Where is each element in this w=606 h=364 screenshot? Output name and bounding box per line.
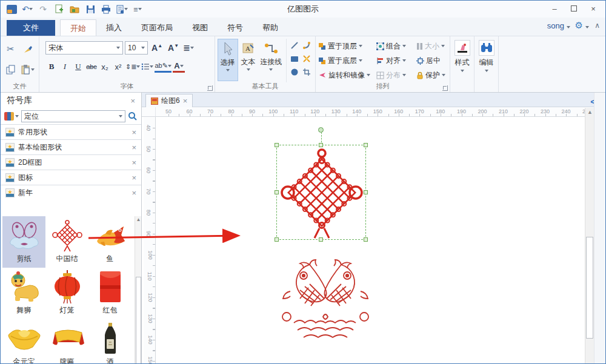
close-category-button[interactable]: × <box>132 158 136 167</box>
library-category-2d-blocks[interactable]: ★ 2D框图 × <box>1 154 141 170</box>
tab-home[interactable]: 开始 <box>60 19 96 36</box>
rotate-mirror-button[interactable]: 旋转和镜像 <box>318 70 376 81</box>
tab-help[interactable]: 帮助 <box>253 19 288 36</box>
app-logo-icon[interactable] <box>5 3 18 15</box>
new-document-button[interactable] <box>53 3 65 15</box>
save-button[interactable] <box>84 3 96 15</box>
resize-handle-w[interactable] <box>275 190 279 194</box>
library-category-new-year[interactable]: ★ 新年 × <box>1 185 141 200</box>
text-tool-button[interactable]: A 文本 <box>238 39 259 81</box>
resize-handle-n[interactable] <box>319 143 323 147</box>
group-button[interactable]: 组合 <box>376 41 416 51</box>
sidebar-scrollbar[interactable]: ▲ <box>135 216 141 364</box>
tab-file[interactable]: 文件 <box>7 20 55 36</box>
resize-handle-ne[interactable] <box>364 143 368 147</box>
superscript-button[interactable]: x² <box>112 61 124 73</box>
format-painter-button[interactable] <box>23 44 33 54</box>
italic-button[interactable]: I <box>59 61 71 73</box>
resize-handle-e[interactable] <box>364 190 368 194</box>
select-tool-button[interactable]: 选择 <box>218 39 238 81</box>
symbol-wine[interactable]: 酒 <box>88 319 132 364</box>
symbol-papercut[interactable]: 剪纸 <box>2 216 45 268</box>
document-tab[interactable]: 绘图6 × <box>145 94 193 107</box>
strikethrough-button[interactable]: abc <box>85 61 98 73</box>
center-button[interactable]: 居中 <box>416 56 451 66</box>
cut-button[interactable]: ✂ <box>5 43 17 55</box>
library-picker-button[interactable] <box>4 112 19 121</box>
font-name-select[interactable]: 宋体 <box>45 41 123 55</box>
tab-symbols[interactable]: 符号 <box>218 19 253 36</box>
ellipse-tool-button[interactable] <box>290 68 299 76</box>
symbol-plaque[interactable]: 牌匾 <box>45 319 88 364</box>
shrink-font-button[interactable]: A▼ <box>166 43 181 53</box>
align-text-button[interactable]: ≣ <box>182 42 195 54</box>
selection-box[interactable] <box>276 145 366 240</box>
arrange-dialog-launcher[interactable] <box>442 85 448 91</box>
library-category-common-shapes[interactable]: ★ 常用形状 × <box>1 124 141 139</box>
minimize-button[interactable]: – <box>545 1 564 16</box>
underline-button[interactable]: U <box>72 61 84 73</box>
arc-tool-button[interactable] <box>302 41 311 50</box>
symbol-lantern[interactable]: 灯笼 <box>45 268 88 319</box>
close-category-button[interactable]: × <box>132 128 136 137</box>
symbol-gold-ingot[interactable]: 金元宝 <box>2 319 45 364</box>
search-button[interactable] <box>128 111 138 121</box>
close-category-button[interactable]: × <box>132 143 136 152</box>
size-button[interactable]: 大小 <box>416 41 451 51</box>
collapse-ribbon-button[interactable]: ∧ <box>594 21 601 30</box>
print-button[interactable] <box>100 3 112 15</box>
distribute-button[interactable]: 分布 <box>376 70 416 81</box>
style-button[interactable] <box>454 40 470 56</box>
papercut-fish-shape[interactable] <box>272 259 379 346</box>
connector-tool-button[interactable]: 连接线 <box>258 39 284 81</box>
copy-button[interactable] <box>6 65 15 74</box>
maximize-button[interactable] <box>564 1 584 16</box>
font-dialog-launcher[interactable] <box>207 85 213 91</box>
paste-button[interactable] <box>21 65 35 74</box>
bullet-list-button[interactable] <box>141 61 153 73</box>
close-category-button[interactable]: × <box>132 188 136 197</box>
open-file-button[interactable] <box>68 3 81 15</box>
crop-tool-button[interactable] <box>302 68 311 76</box>
rotation-handle[interactable] <box>318 127 324 133</box>
sidebar-scrollbar-thumb[interactable] <box>136 277 141 364</box>
symbol-red-envelope[interactable]: 红包 <box>88 268 132 319</box>
symbol-lion-dance[interactable]: 舞狮 <box>2 268 45 319</box>
rectangle-tool-button[interactable] <box>290 55 299 62</box>
export-button[interactable] <box>116 3 128 15</box>
scroll-up-icon[interactable]: ▲ <box>135 216 141 223</box>
line-tool-button[interactable] <box>290 41 299 50</box>
library-category-basic-drawing-shapes[interactable]: ★ 基本绘图形状 × <box>1 139 141 154</box>
symbol-search-input[interactable] <box>24 112 119 121</box>
bold-button[interactable]: B <box>45 61 58 73</box>
close-button[interactable]: × <box>584 1 603 16</box>
symbol-fish[interactable]: 鱼 <box>88 216 132 268</box>
resize-handle-nw[interactable] <box>275 143 279 147</box>
drawing-canvas[interactable] <box>156 117 585 364</box>
align-button[interactable]: 对齐 <box>376 56 416 66</box>
line-spacing-button[interactable]: ⇕≣ <box>125 61 140 73</box>
settings-gear-icon[interactable]: ⚙ <box>575 20 590 31</box>
tab-page-layout[interactable]: 页面布局 <box>132 19 182 36</box>
library-category-icons[interactable]: ★ 图标 × <box>1 170 141 185</box>
canvas-scrollbar-thumb[interactable] <box>586 237 593 339</box>
undo-button[interactable]: ↶ <box>21 3 33 15</box>
highlight-button[interactable]: ab✎ <box>155 61 171 73</box>
scroll-up-icon[interactable]: ▲ <box>585 108 594 117</box>
protect-button[interactable]: 保护 <box>416 70 451 81</box>
font-size-select[interactable]: 10 <box>125 41 148 55</box>
customize-toolbar-button[interactable]: ≣ <box>132 3 144 15</box>
tab-view[interactable]: 视图 <box>182 19 218 36</box>
font-color-button[interactable]: A <box>173 61 185 73</box>
grow-font-button[interactable]: A▲ <box>150 43 164 53</box>
resize-handle-sw[interactable] <box>275 237 279 242</box>
close-document-button[interactable]: × <box>183 96 188 105</box>
bring-to-front-button[interactable]: 置于顶层 <box>318 41 376 51</box>
canvas-scrollbar[interactable]: ▲ <box>585 108 594 364</box>
user-menu[interactable]: song <box>547 21 570 30</box>
close-library-panel-button[interactable]: × <box>130 96 135 105</box>
tab-insert[interactable]: 插入 <box>96 19 132 36</box>
redo-button[interactable]: ↷ <box>37 3 49 15</box>
close-category-button[interactable]: × <box>132 173 136 182</box>
send-to-back-button[interactable]: 置于底层 <box>318 56 376 66</box>
